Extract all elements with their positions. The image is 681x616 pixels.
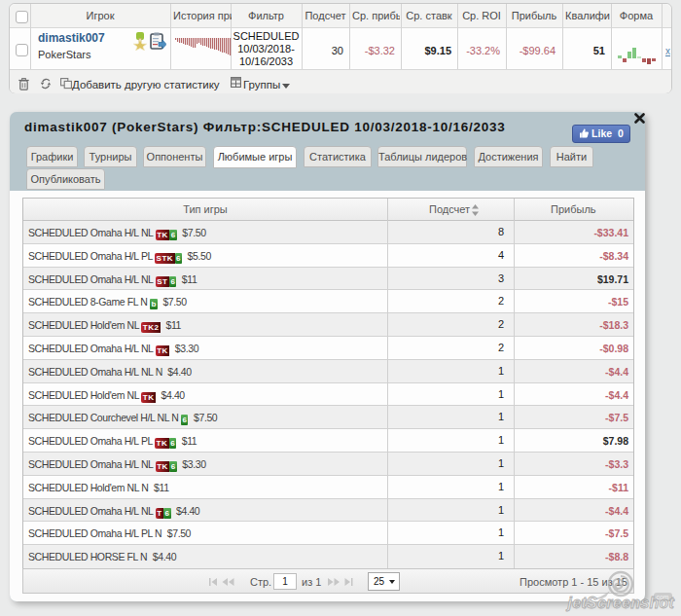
svg-text:com: com	[657, 594, 669, 600]
